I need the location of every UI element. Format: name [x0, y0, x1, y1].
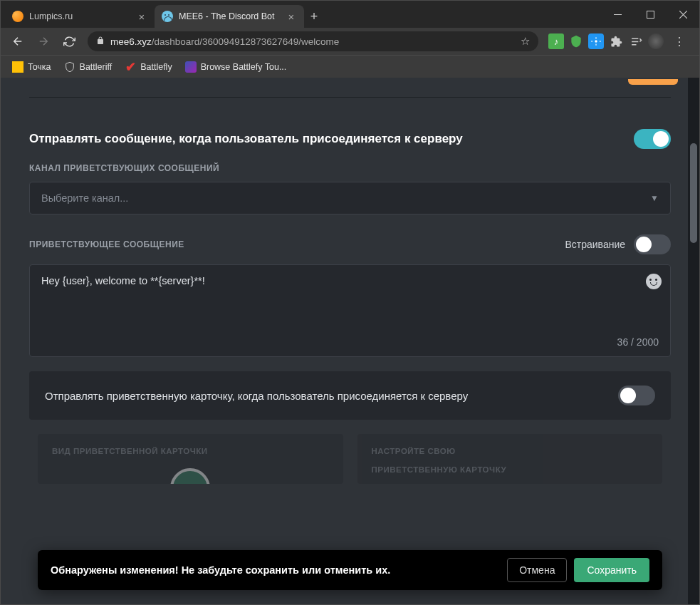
- embed-toggle[interactable]: [634, 234, 671, 254]
- tab-mee6[interactable]: MEE6 - The Discord Bot ×: [155, 5, 304, 28]
- card-avatar-preview: [170, 468, 210, 484]
- card-preview-right: НАСТРОЙТЕ СВОЮ ПРИВЕТСТВЕННУЮ КАРТОЧКУ З…: [357, 434, 663, 484]
- bookmark-battlefly[interactable]: ✔ Battlefly: [119, 58, 177, 76]
- profile-avatar[interactable]: [648, 33, 664, 49]
- bookmark-icon: [12, 61, 23, 73]
- message-field-label: ПРИВЕТСТВУЮЩЕЕ СООБЩЕНИЕ: [29, 239, 184, 249]
- unsaved-changes-toast: Обнаружены изменения! Не забудьте сохран…: [38, 550, 662, 590]
- extension-music-icon[interactable]: ♪: [548, 33, 564, 49]
- card-preview-row: ВИД ПРИВЕТСТВЕННОЙ КАРТОЧКИ НАСТРОЙТЕ СВ…: [29, 434, 671, 484]
- bookmark-icon: [64, 61, 75, 73]
- tab-lumpics[interactable]: Lumpics.ru ×: [5, 5, 155, 28]
- save-button[interactable]: Сохранить: [574, 558, 649, 582]
- new-tab-button[interactable]: +: [304, 5, 324, 28]
- tab-title: Lumpics.ru: [29, 11, 130, 21]
- embed-label: Встраивание: [565, 239, 625, 250]
- address-bar: mee6.xyz/dashboard/360094912873627649/we…: [1, 28, 699, 55]
- tab-strip: Lumpics.ru × MEE6 - The Discord Bot × +: [1, 1, 601, 28]
- back-button[interactable]: [6, 30, 29, 53]
- textarea-content: Hey {user}, welcome to **{server}**!: [41, 275, 659, 286]
- window-titlebar: Lumpics.ru × MEE6 - The Discord Bot × +: [1, 1, 699, 28]
- extensions-button[interactable]: [608, 33, 624, 49]
- reload-button[interactable]: [58, 30, 80, 53]
- chevron-down-icon: ▼: [650, 193, 659, 203]
- page-viewport: Отправлять сообщение, когда пользователь…: [1, 78, 699, 604]
- bookmark-label: Battleriff: [80, 62, 113, 72]
- cancel-button[interactable]: Отмена: [507, 558, 567, 582]
- card-preview-left: ВИД ПРИВЕТСТВЕННОЙ КАРТОЧКИ: [38, 434, 343, 484]
- favicon-lumpics: [12, 11, 23, 22]
- premium-button-edge[interactable]: [628, 79, 678, 85]
- page-header-divider: [29, 78, 671, 98]
- tab-title: MEE6 - The Discord Bot: [179, 11, 280, 21]
- bookmark-label: Browse Battlefy Tou...: [201, 62, 287, 72]
- url-input[interactable]: mee6.xyz/dashboard/360094912873627649/we…: [88, 31, 538, 51]
- card-row-text: Отправлять приветственную карточку, когд…: [45, 390, 468, 402]
- channel-field-label: КАНАЛ ПРИВЕТСТВУЮЩИХ СООБЩЕНИЙ: [29, 163, 671, 173]
- close-button[interactable]: [667, 1, 699, 28]
- select-placeholder: Выберите канал...: [41, 192, 128, 204]
- bookmark-icon: ✔: [125, 61, 136, 73]
- bookmark-battlefy[interactable]: Browse Battlefy Tou...: [179, 58, 293, 76]
- send-message-toggle[interactable]: [634, 129, 671, 149]
- url-text: mee6.xyz/dashboard/360094912873627649/we…: [110, 36, 515, 47]
- scrollbar-thumb[interactable]: [690, 143, 697, 243]
- bookmark-tochka[interactable]: Точка: [6, 58, 57, 76]
- welcome-message-textarea[interactable]: Hey {user}, welcome to **{server}**! 36 …: [29, 264, 671, 357]
- bookmark-star-icon[interactable]: ☆: [521, 35, 530, 48]
- bookmark-label: Battlefly: [140, 62, 172, 72]
- extension-blue-icon[interactable]: [588, 33, 604, 49]
- welcome-message-section: Отправлять сообщение, когда пользователь…: [1, 109, 699, 497]
- toast-message: Обнаружены изменения! Не забудьте сохран…: [51, 564, 390, 576]
- close-icon[interactable]: ×: [286, 11, 297, 22]
- svg-rect-1: [647, 11, 654, 18]
- bookmark-battleriff[interactable]: Battleriff: [58, 58, 118, 76]
- welcome-card-row: Отправлять приветственную карточку, когд…: [29, 371, 671, 420]
- reading-list-icon[interactable]: [628, 33, 644, 49]
- window-controls: [601, 1, 699, 28]
- forward-button[interactable]: [32, 30, 55, 53]
- section-title: Отправлять сообщение, когда пользователь…: [29, 132, 463, 146]
- bookmark-label: Точка: [28, 62, 51, 72]
- scrollbar-track[interactable]: [688, 78, 699, 604]
- svg-rect-0: [614, 14, 622, 15]
- channel-select[interactable]: Выберите канал... ▼: [29, 182, 671, 214]
- minimize-button[interactable]: [601, 1, 634, 28]
- preview-label: ПРИВЕТСТВЕННУЮ КАРТОЧКУ: [372, 465, 649, 474]
- character-count: 36 / 2000: [617, 336, 659, 348]
- bookmarks-bar: Точка Battleriff ✔ Battlefly Browse Batt…: [1, 55, 699, 78]
- lock-icon: [96, 36, 105, 48]
- preview-label: НАСТРОЙТЕ СВОЮ: [372, 447, 649, 455]
- preview-label: ВИД ПРИВЕТСТВЕННОЙ КАРТОЧКИ: [52, 447, 329, 455]
- extension-icons: ♪ ⋮: [545, 33, 694, 49]
- close-icon[interactable]: ×: [136, 11, 147, 22]
- svg-point-2: [595, 40, 597, 43]
- emoji-picker-button[interactable]: [646, 274, 662, 289]
- browser-menu-button[interactable]: ⋮: [668, 35, 691, 48]
- welcome-card-toggle[interactable]: [618, 386, 655, 405]
- favicon-mee6: [162, 11, 173, 22]
- maximize-button[interactable]: [634, 1, 667, 28]
- extension-shield-icon[interactable]: [568, 33, 584, 49]
- bookmark-icon: [185, 61, 197, 73]
